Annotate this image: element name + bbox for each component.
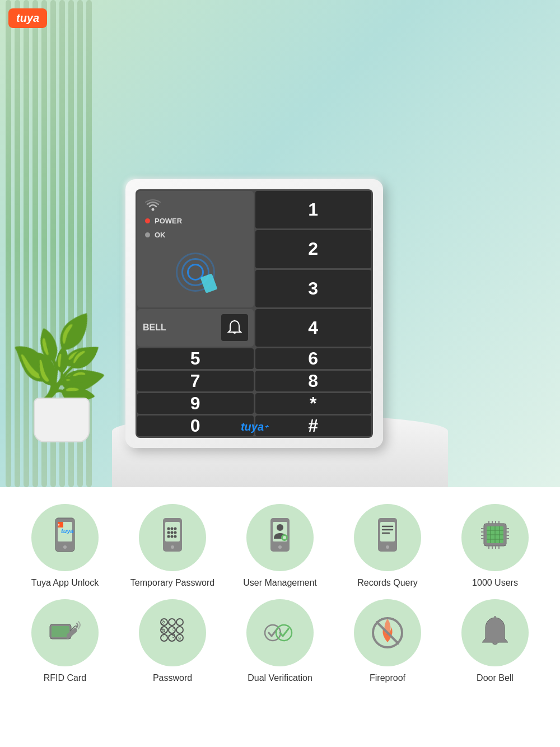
key-2[interactable]: 2 [255, 230, 372, 268]
svg-text:2: 2 [162, 620, 165, 625]
device-body: POWER OK [125, 179, 383, 448]
features-row-1: tuya t Tuya App Unlock [11, 504, 549, 588]
rfid-area [145, 245, 246, 300]
key-4[interactable]: 4 [255, 309, 372, 347]
svg-point-22 [277, 524, 283, 531]
tuya-brand-logo: tuya [8, 8, 47, 28]
svg-point-12 [174, 527, 177, 530]
bell-label: BELL [143, 323, 166, 333]
device-tuya-logo: tuya⁺ [241, 421, 268, 433]
feature-circle-password: 2 ○ 4 ○ ○ ○ ○ 9 2 4 [139, 599, 206, 666]
feature-1000-users: 1000 Users [445, 504, 545, 588]
svg-point-25 [278, 545, 282, 549]
svg-point-18 [174, 535, 177, 538]
feature-user-management: User Management [230, 504, 330, 588]
svg-point-10 [167, 527, 170, 530]
feature-circle-dual-verify [246, 599, 314, 666]
feature-tuya-app-unlock: tuya t Tuya App Unlock [15, 504, 115, 588]
feature-label-user-mgmt: User Management [243, 578, 317, 588]
svg-point-0 [152, 208, 155, 211]
feature-circle-door-bell [461, 599, 529, 666]
feature-label-dual-verify: Dual Verification [248, 673, 312, 683]
feature-label-records: Records Query [357, 578, 418, 588]
svg-point-24 [283, 536, 286, 539]
svg-text:4: 4 [162, 628, 165, 633]
bell-button[interactable] [221, 314, 248, 341]
power-dot [145, 218, 150, 223]
feature-circle-fireproof [354, 599, 421, 666]
key-8[interactable]: 8 [255, 371, 372, 391]
svg-point-19 [171, 545, 174, 549]
svg-text:tuya: tuya [61, 527, 74, 534]
feature-circle-rfid [31, 599, 99, 666]
feature-label-door-bell: Door Bell [477, 673, 514, 683]
key-1[interactable]: 1 [255, 191, 372, 228]
feature-circle-user-mgmt [246, 504, 314, 571]
key-5[interactable]: 5 [137, 348, 254, 369]
svg-point-13 [167, 531, 170, 534]
svg-point-16 [167, 535, 170, 538]
key-star[interactable]: * [255, 393, 372, 414]
ok-dot [145, 232, 150, 237]
svg-point-73 [176, 627, 183, 633]
key-0[interactable]: 0 [137, 415, 254, 436]
feature-label-1000-users: 1000 Users [472, 578, 518, 588]
feature-circle-1000-users [461, 504, 529, 571]
feature-circle-temp-pwd [139, 504, 206, 571]
device: POWER OK [125, 179, 383, 448]
ok-indicator: OK [145, 231, 246, 239]
feature-password: 2 ○ 4 ○ ○ ○ ○ 9 2 4 [122, 599, 223, 683]
rfid-waves [173, 250, 218, 295]
features-section: tuya t Tuya App Unlock [0, 487, 560, 706]
plant-decoration: 🌿 🌿 [11, 252, 112, 442]
feature-dual-verification: Dual Verification [230, 599, 330, 683]
feature-circle-tuya-app: tuya t [31, 504, 99, 571]
wifi-icon [145, 199, 246, 211]
feature-door-bell: Door Bell [445, 599, 545, 683]
product-section: 🌿 🌿 [0, 0, 560, 487]
key-6[interactable]: 6 [255, 348, 372, 369]
power-label: POWER [155, 217, 182, 225]
feature-fireproof: Fireproof [337, 599, 438, 683]
feature-label-rfid: RFID Card [44, 673, 86, 683]
power-indicator: POWER [145, 217, 246, 225]
key-7[interactable]: 7 [137, 371, 254, 391]
svg-point-31 [386, 545, 389, 549]
feature-temporary-password: Temporary Password [122, 504, 223, 588]
features-row-2: RFID Card 2 ○ 4 ○ ○ ○ ○ 9 2 [11, 599, 549, 683]
svg-point-14 [171, 531, 174, 534]
svg-point-69 [176, 619, 183, 625]
device-screen: POWER OK [136, 189, 373, 438]
feature-label-fireproof: Fireproof [370, 673, 405, 683]
left-panel: POWER OK [137, 191, 254, 307]
svg-point-15 [174, 531, 177, 534]
svg-point-17 [171, 535, 174, 538]
feature-label-tuya-app: Tuya App Unlock [31, 578, 99, 588]
bell-panel: BELL [137, 309, 254, 347]
svg-text:9: 9 [178, 636, 181, 641]
ok-label: OK [155, 231, 166, 239]
feature-label-password: Password [153, 673, 192, 683]
feature-records-query: Records Query [337, 504, 438, 588]
svg-point-79 [276, 625, 292, 641]
key-9[interactable]: 9 [137, 393, 254, 414]
key-3[interactable]: 3 [255, 270, 372, 307]
svg-rect-27 [380, 522, 395, 541]
feature-circle-records [354, 504, 421, 571]
feature-label-temp-pwd: Temporary Password [130, 578, 214, 588]
svg-point-5 [63, 545, 67, 549]
feature-rfid-card: RFID Card [15, 599, 115, 683]
key-hash[interactable]: # [255, 415, 372, 436]
svg-point-11 [171, 527, 174, 530]
